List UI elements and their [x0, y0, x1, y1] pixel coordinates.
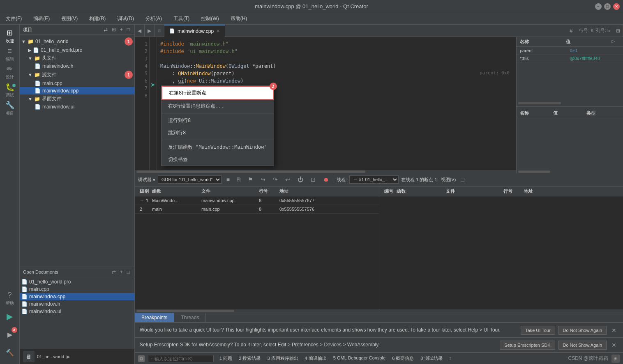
- vars-hscroll[interactable]: [517, 101, 623, 105]
- status-tab-compile[interactable]: 4 编译输出: [302, 355, 329, 362]
- tab-close-icon[interactable]: ✕: [216, 28, 220, 34]
- tab-split-btn[interactable]: ⊞: [613, 25, 623, 37]
- take-tour-button[interactable]: Take UI Tour: [521, 326, 555, 335]
- build-debug-button[interactable]: 3 ▶: [2, 326, 18, 343]
- status-tab-qml[interactable]: 5 QML Debugger Console: [331, 355, 388, 362]
- view-expand-btn[interactable]: □: [458, 175, 466, 184]
- gdb-select[interactable]: GDB for "01_hello_world": [158, 175, 222, 184]
- activity-debug[interactable]: 🐛 调试: [2, 82, 18, 99]
- notif-close-2[interactable]: ✕: [610, 341, 618, 349]
- tab-back-btn[interactable]: ◀: [135, 25, 145, 37]
- activity-design[interactable]: ✏ 设计: [2, 64, 18, 81]
- tree-main-cpp[interactable]: 📄 main.cpp: [20, 80, 134, 87]
- horizontal-scrollbar[interactable]: [135, 170, 516, 173]
- code-editor[interactable]: 1 2 3 4 5 6 7 8 ➤ #include: [135, 37, 516, 173]
- status-settings-btn[interactable]: ≡: [611, 355, 620, 363]
- status-search-input[interactable]: [148, 355, 214, 362]
- menu-build[interactable]: 构建(B): [87, 14, 108, 23]
- activity-project[interactable]: 🔧 项目: [2, 100, 18, 117]
- tab-breakpoints[interactable]: Breakpoints: [135, 313, 174, 322]
- no-show-again-button-2[interactable]: Do Not Show Again: [558, 341, 607, 350]
- menu-tools[interactable]: 工具(T): [171, 14, 192, 23]
- activity-edit[interactable]: ≡ 编辑: [2, 46, 18, 62]
- dbg-power-btn[interactable]: ⏻: [295, 175, 306, 184]
- status-tab-problems[interactable]: 1 问题: [217, 355, 235, 362]
- ctx-jump-to[interactable]: 跳到行8: [162, 127, 274, 139]
- expand-docs-icon[interactable]: □: [126, 269, 131, 275]
- tab-mainwindow-cpp[interactable]: 📄 mainwindow.cpp ✕: [164, 25, 225, 37]
- menu-analyze[interactable]: 分析(A): [143, 14, 164, 23]
- open-doc-main[interactable]: 📄 main.cpp: [20, 286, 134, 293]
- tree-source-folder[interactable]: ▼ 📁 源文件 1: [20, 70, 134, 80]
- add-icon[interactable]: +: [119, 26, 124, 33]
- menu-debug[interactable]: 调试(D): [115, 14, 136, 23]
- tree-header-folder[interactable]: ▼ 📁 头文件: [20, 54, 134, 62]
- callstack-hscroll[interactable]: [135, 309, 623, 313]
- status-tab-test[interactable]: 8 测试结果: [418, 355, 445, 362]
- open-doc-pro[interactable]: 📄 01_hello_world.pro: [20, 278, 134, 286]
- menu-edit[interactable]: 编辑(E): [31, 14, 52, 23]
- open-doc-ui[interactable]: 📄 mainwindow.ui: [20, 308, 134, 315]
- setup-emscripten-button[interactable]: Setup Emscripten SDK: [500, 341, 555, 350]
- callstack-hscroll-thumb[interactable]: [136, 310, 234, 312]
- ctx-run-to[interactable]: 运行到行8: [162, 114, 274, 127]
- menu-file[interactable]: 文件(F): [3, 14, 24, 23]
- activity-help[interactable]: ? 帮助: [2, 290, 18, 306]
- ctx-set-breakpoint[interactable]: 在第8行设置断点 2: [162, 86, 274, 100]
- tree-mainwindow-ui[interactable]: 📄 mainwindow.ui: [20, 103, 134, 111]
- ctx-bookmark[interactable]: 切换书签: [162, 153, 274, 166]
- tab-forward-btn[interactable]: ▶: [145, 25, 155, 37]
- vars2-hscroll-thumb[interactable]: [518, 170, 550, 173]
- status-square-icon[interactable]: □: [138, 355, 145, 362]
- menu-control[interactable]: 控制(W): [198, 14, 221, 23]
- dbg-reset-btn[interactable]: ⊡: [308, 175, 318, 184]
- ctx-set-trace[interactable]: 在8行设置消息追踪点...: [162, 100, 274, 112]
- code-content[interactable]: #include "mainwindow.h" #include "ui_mai…: [157, 37, 516, 170]
- notif-close-1[interactable]: ✕: [610, 326, 618, 334]
- dbg-copy-btn[interactable]: ⎘: [235, 175, 243, 184]
- menu-help[interactable]: 帮助(H): [228, 14, 250, 23]
- var-row-parent: parent 0x0: [517, 47, 623, 55]
- tab-menu-btn[interactable]: ≡: [155, 25, 164, 37]
- hammer-icon-btn[interactable]: 🔨: [2, 344, 18, 361]
- close-button[interactable]: ✕: [613, 3, 620, 10]
- tab-threads[interactable]: Threads: [174, 313, 206, 322]
- thread-select[interactable]: → #1 01_hello_...: [349, 175, 399, 184]
- dbg-flag-btn[interactable]: ⚑: [245, 175, 256, 184]
- open-doc-h[interactable]: 📄 mainwindow.h: [20, 300, 134, 308]
- filter-icon[interactable]: ⊞: [111, 26, 117, 33]
- run-button[interactable]: ▶: [2, 308, 18, 325]
- dbg-record-btn[interactable]: ⏺: [321, 175, 331, 184]
- dbg-stepout-btn[interactable]: ↩: [283, 175, 293, 184]
- status-tab-arrow[interactable]: ↕: [447, 355, 454, 362]
- add-docs-icon[interactable]: +: [119, 269, 124, 275]
- dbg-stop-btn[interactable]: ■: [224, 175, 232, 184]
- expand-icon[interactable]: □: [126, 26, 131, 33]
- dbg-stepover-btn[interactable]: ↷: [270, 175, 280, 184]
- tree-mainwindow-h[interactable]: 📄 mainwindow.h: [20, 62, 134, 70]
- no-show-again-button-1[interactable]: Do Not Show Again: [558, 326, 607, 335]
- status-tab-overview[interactable]: 6 概要信息: [390, 355, 416, 362]
- tree-ui-folder[interactable]: ▼ 📁 界面文件: [20, 94, 134, 103]
- tree-project-root[interactable]: ▼ 📁 01_hello_world 1: [20, 37, 134, 46]
- status-tab-output[interactable]: 3 应用程序输出: [265, 355, 300, 362]
- dbg-step-btn[interactable]: ↪: [258, 175, 268, 184]
- tree-pro-file[interactable]: ▶ 📄 01_hello_world.pro: [20, 46, 134, 54]
- sync-icon[interactable]: ⇄: [102, 26, 109, 33]
- maximize-button[interactable]: □: [604, 3, 611, 10]
- open-doc-mainwindow[interactable]: 📄 mainwindow.cpp: [20, 293, 134, 300]
- vars2-hscroll[interactable]: [517, 170, 623, 173]
- status-tab-search[interactable]: 2 搜索结果: [236, 355, 263, 362]
- scrollbar-thumb[interactable]: [136, 170, 365, 173]
- activity-help-label: 帮助: [6, 300, 14, 306]
- menu-view[interactable]: 视图(V): [59, 14, 80, 23]
- ctx-disassemble[interactable]: 反汇编函数 "MainWindow::MainWindow": [162, 141, 274, 153]
- vars-hscroll-thumb[interactable]: [518, 102, 561, 104]
- cs-row-1[interactable]: →1 MainWindo... mainwindow.cpp 8 0x55555…: [135, 196, 379, 205]
- activity-welcome[interactable]: ⊞ 欢迎: [2, 28, 18, 44]
- tree-mainwindow-cpp[interactable]: 📄 mainwindow.cpp: [20, 87, 134, 94]
- sync-docs-icon[interactable]: ⇄: [111, 269, 117, 275]
- cs-row-2[interactable]: 2 main main.cpp 8 0x555555557576: [135, 205, 379, 214]
- debug-target-icon[interactable]: 🖥: [23, 351, 35, 362]
- minimize-button[interactable]: −: [595, 3, 602, 10]
